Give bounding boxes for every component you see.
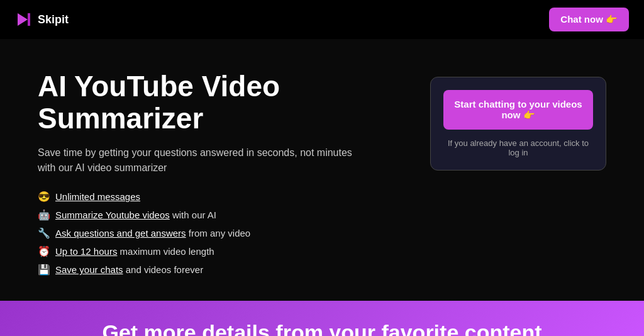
bottom-section: Get more details from your favorite cont…: [0, 301, 644, 336]
hero-right: Start chatting to your videos now 👉 If y…: [430, 77, 606, 171]
emoji-icon: 💾: [38, 264, 50, 276]
hero-section: AI YouTube VideoSummarizer Save time by …: [0, 39, 644, 301]
emoji-icon: 🔧: [38, 227, 50, 239]
feature-text: Save your chats and videos forever: [55, 264, 203, 275]
hero-title: AI YouTube VideoSummarizer: [38, 70, 365, 134]
login-text[interactable]: If you already have an account, click to…: [443, 138, 593, 157]
feature-text: Unlimited messages: [55, 191, 140, 202]
header: Skipit Chat now 👉: [0, 0, 644, 39]
logo-area: Skipit: [15, 11, 69, 28]
list-item: 🔧 Ask questions and get answers from any…: [38, 227, 365, 239]
ask-questions-link[interactable]: Ask questions and get answers: [55, 228, 186, 238]
bottom-headline: Get more details from your favorite cont…: [102, 320, 541, 336]
feature-text: Summarize Youtube videos with our AI: [55, 210, 216, 220]
list-item: ⏰ Up to 12 hours maximum video length: [38, 245, 365, 257]
emoji-icon: 🤖: [38, 209, 50, 221]
12-hours-link[interactable]: Up to 12 hours: [55, 246, 117, 257]
feature-text: Up to 12 hours maximum video length: [55, 246, 214, 257]
svg-marker-1: [28, 13, 30, 26]
cta-card: Start chatting to your videos now 👉 If y…: [430, 77, 606, 171]
list-item: 💾 Save your chats and videos forever: [38, 264, 365, 276]
bottom-text-after: from your favorite content: [270, 320, 542, 336]
list-item: 🤖 Summarize Youtube videos with our AI: [38, 209, 365, 221]
emoji-icon: 😎: [38, 191, 50, 203]
unlimited-messages-link[interactable]: Unlimited messages: [55, 191, 140, 202]
emoji-icon: ⏰: [38, 245, 50, 257]
feature-list: 😎 Unlimited messages 🤖 Summarize Youtube…: [38, 191, 365, 276]
chat-now-button[interactable]: Chat now 👉: [549, 8, 629, 31]
save-chats-link[interactable]: Save your chats: [55, 264, 123, 275]
hero-subtitle: Save time by getting your questions answ…: [38, 145, 365, 176]
bottom-text-underlined: more details: [144, 320, 270, 336]
logo-text: Skipit: [38, 13, 69, 26]
list-item: 😎 Unlimited messages: [38, 191, 365, 203]
feature-text: Ask questions and get answers from any v…: [55, 228, 250, 238]
start-chatting-button[interactable]: Start chatting to your videos now 👉: [443, 90, 593, 130]
svg-marker-0: [18, 13, 28, 26]
summarize-link[interactable]: Summarize Youtube videos: [55, 210, 170, 220]
skipit-logo-icon: [15, 11, 33, 28]
bottom-text-before: Get: [102, 320, 143, 336]
hero-left: AI YouTube VideoSummarizer Save time by …: [38, 70, 365, 276]
